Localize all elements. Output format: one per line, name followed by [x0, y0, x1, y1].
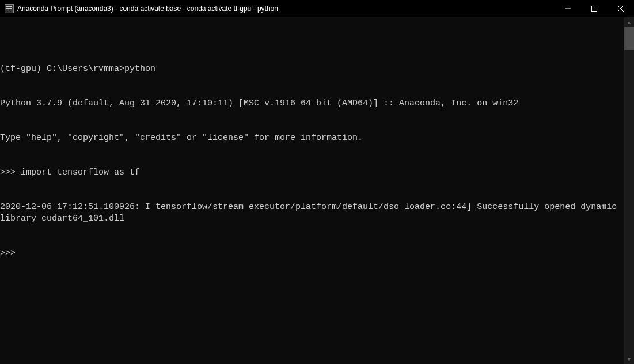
window-controls	[555, 0, 634, 17]
terminal-line: >>>	[0, 248, 624, 259]
close-button[interactable]	[608, 0, 634, 17]
terminal-output[interactable]: (tf-gpu) C:\Users\rvmma>python Python 3.…	[0, 17, 624, 364]
scroll-up-arrow-icon[interactable]: ▲	[624, 17, 634, 27]
maximize-button[interactable]	[581, 0, 608, 17]
window-titlebar[interactable]: Anaconda Prompt (anaconda3) - conda acti…	[0, 0, 634, 17]
terminal-line: Python 3.7.9 (default, Aug 31 2020, 17:1…	[0, 98, 624, 109]
minimize-button[interactable]	[555, 0, 581, 17]
scroll-down-arrow-icon[interactable]: ▼	[624, 354, 634, 364]
app-icon	[5, 4, 14, 13]
svg-rect-1	[592, 6, 597, 12]
window-title: Anaconda Prompt (anaconda3) - conda acti…	[17, 5, 555, 13]
terminal-area: (tf-gpu) C:\Users\rvmma>python Python 3.…	[0, 17, 634, 364]
terminal-line: Type "help", "copyright", "credits" or "…	[0, 132, 624, 144]
vertical-scrollbar[interactable]: ▲ ▼	[624, 17, 634, 364]
terminal-line: 2020-12-06 17:12:51.100926: I tensorflow…	[0, 202, 624, 225]
terminal-line: (tf-gpu) C:\Users\rvmma>python	[0, 63, 624, 75]
scroll-thumb[interactable]	[624, 27, 634, 50]
terminal-line: >>> import tensorflow as tf	[0, 167, 624, 179]
